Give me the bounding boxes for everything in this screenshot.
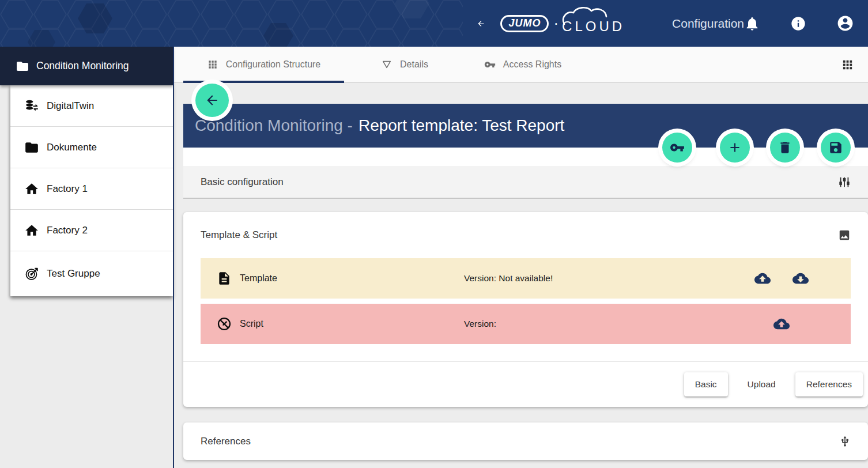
sidebar-item-label: Factory 2 — [47, 225, 88, 236]
card-button-row: Basic Upload References — [183, 362, 868, 407]
tab-details[interactable]: Details — [344, 47, 465, 82]
tab-label: Details — [400, 59, 428, 70]
document-icon — [217, 271, 232, 286]
funnel-icon — [381, 59, 393, 70]
plus-icon — [727, 140, 742, 155]
folder-icon — [24, 140, 39, 155]
jumo-cloud-logo: JUMO · CLOUD — [500, 13, 625, 35]
upload-button[interactable]: Upload — [737, 372, 787, 397]
tab-bar: Configuration Structure Details Access R… — [174, 47, 868, 83]
logo-secondary-text: CLOUD — [562, 13, 625, 35]
sidebar-item-label: Dokumente — [47, 142, 97, 153]
script-version: Version: — [464, 319, 496, 329]
folder-icon — [16, 59, 29, 73]
template-version: Version: Not available! — [464, 273, 553, 284]
template-label: Template — [240, 273, 277, 284]
image-icon[interactable] — [838, 229, 851, 241]
content-title-main: Report template: Test Report — [358, 116, 564, 135]
sidebar-header-condition-monitoring[interactable]: Condition Monitoring — [0, 47, 173, 85]
cloud-logo-icon — [558, 6, 628, 25]
basic-configuration-label: Basic configuration — [201, 176, 284, 188]
basic-configuration-row[interactable]: Basic configuration — [183, 166, 868, 199]
logo-separator: · — [553, 14, 558, 32]
notifications-bell-icon[interactable] — [744, 16, 760, 32]
info-icon[interactable] — [790, 16, 806, 32]
save-icon — [828, 140, 843, 155]
digital-twin-icon — [24, 99, 39, 114]
tab-label: Access Rights — [503, 59, 561, 70]
cloud-upload-icon[interactable] — [773, 316, 790, 332]
tab-configuration-structure[interactable]: Configuration Structure — [183, 47, 344, 82]
apps-grid-icon[interactable] — [841, 58, 854, 71]
template-row-left: Template — [201, 271, 277, 286]
basic-button[interactable]: Basic — [684, 372, 728, 397]
sidebar-tree-panel: DigitalTwin Dokumente Factory 1 Factory … — [10, 85, 173, 296]
account-icon[interactable] — [836, 14, 854, 32]
script-row: Script Version: — [201, 304, 851, 344]
template-script-card: Template & Script Template Version: Not … — [183, 212, 868, 407]
cloud-download-icon[interactable] — [792, 270, 809, 286]
sidebar-item-factory-1[interactable]: Factory 1 — [10, 168, 173, 210]
tune-icon — [838, 176, 851, 188]
sidebar-item-label: Factory 1 — [47, 183, 88, 195]
script-label: Script — [240, 319, 263, 329]
jumo-logo-pill: JUMO — [500, 15, 549, 32]
app-back-icon[interactable] — [477, 16, 485, 32]
template-row: Template Version: Not available! — [201, 258, 851, 299]
delete-fab[interactable] — [770, 133, 800, 163]
logo-primary-text: JUMO — [508, 17, 541, 29]
content-title-prefix: Condition Monitoring - — [195, 116, 353, 135]
key-icon — [670, 140, 685, 155]
template-script-header: Template & Script — [183, 212, 868, 258]
tab-label: Configuration Structure — [226, 59, 321, 70]
page-title: Configuration — [672, 17, 744, 31]
hex-pattern-decoration — [0, 0, 463, 47]
key-icon — [484, 59, 496, 70]
references-button[interactable]: References — [795, 372, 863, 397]
cloud-upload-icon[interactable] — [754, 270, 771, 286]
sidebar-item-label: DigitalTwin — [47, 100, 94, 112]
add-fab[interactable] — [720, 133, 750, 163]
main-content: Configuration Structure Details Access R… — [174, 47, 868, 468]
trash-icon — [778, 140, 792, 155]
access-rights-fab[interactable] — [662, 133, 692, 163]
content-back-button[interactable] — [195, 84, 229, 117]
references-label: References — [201, 436, 251, 447]
sidebar-header-label: Condition Monitoring — [36, 60, 129, 72]
target-icon — [24, 266, 39, 281]
usb-icon — [839, 433, 851, 450]
sidebar-item-digitaltwin[interactable]: DigitalTwin — [10, 85, 173, 127]
content-header-band: Condition Monitoring - Report template: … — [183, 104, 868, 148]
sidebar-item-test-gruppe[interactable]: Test Gruppe — [10, 251, 173, 296]
sidebar-item-label: Test Gruppe — [47, 268, 100, 280]
header-lower-strip — [183, 148, 868, 166]
arrow-left-icon — [205, 93, 220, 108]
sidebar-item-dokumente[interactable]: Dokumente — [10, 127, 173, 168]
app-bar: JUMO · CLOUD Configuration — [0, 0, 868, 47]
home-icon — [24, 182, 39, 197]
template-actions — [712, 270, 851, 286]
sidebar-divider — [173, 47, 174, 468]
tab-access-rights[interactable]: Access Rights — [465, 47, 580, 82]
script-row-left: Script — [201, 316, 263, 331]
app-bar-actions — [744, 14, 868, 32]
script-actions — [712, 316, 851, 332]
grid-icon — [207, 59, 218, 70]
template-script-title: Template & Script — [201, 229, 277, 241]
sidebar-item-factory-2[interactable]: Factory 2 — [10, 210, 173, 251]
edit-off-icon — [217, 316, 232, 331]
home-icon — [24, 223, 39, 238]
references-row[interactable]: References — [183, 422, 868, 460]
save-fab[interactable] — [821, 133, 851, 163]
